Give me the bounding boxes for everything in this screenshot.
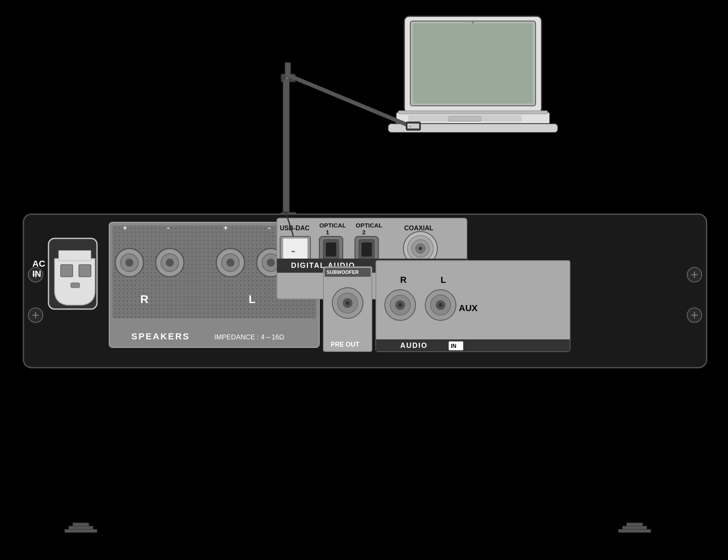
svg-rect-8 [398, 111, 548, 114]
subwoofer-label: SUBWOOFER [327, 269, 359, 275]
svg-rect-71 [361, 242, 372, 257]
svg-point-84 [346, 301, 350, 305]
svg-text:-: - [268, 224, 270, 232]
svg-text:1: 1 [326, 229, 329, 236]
svg-text:2: 2 [362, 229, 365, 236]
optical1-label: OPTICAL [319, 222, 346, 229]
svg-point-52 [226, 259, 234, 267]
svg-text:+: + [224, 224, 228, 232]
aux-label: AUX [459, 303, 478, 313]
speakers-label: SPEAKERS [131, 331, 190, 341]
audio-l-label: L [441, 275, 446, 285]
svg-rect-68 [326, 242, 336, 257]
svg-text:L: L [249, 293, 255, 305]
svg-rect-35 [61, 265, 73, 277]
svg-text:-: - [167, 224, 169, 232]
optical2-label: OPTICAL [356, 222, 382, 229]
svg-rect-3 [413, 23, 533, 103]
svg-rect-98 [69, 526, 93, 529]
audio-r-label: R [400, 275, 407, 285]
svg-rect-97 [65, 529, 97, 533]
svg-point-44 [125, 259, 133, 267]
svg-point-76 [419, 247, 422, 250]
svg-rect-100 [618, 529, 651, 533]
audio-in-label: AUDIO [400, 341, 428, 349]
impedance-label: IMPEDANCE : 4～16Ω [214, 333, 284, 341]
svg-point-9 [472, 21, 474, 23]
svg-text:IN: IN [32, 269, 41, 279]
audio-in-badge: IN [451, 343, 456, 349]
svg-rect-37 [71, 283, 80, 288]
svg-rect-101 [622, 526, 647, 529]
pre-out-label: PRE OUT [331, 341, 359, 348]
svg-point-48 [166, 259, 174, 267]
svg-rect-99 [73, 523, 89, 526]
svg-text:+: + [123, 224, 127, 232]
main-svg: ⌁ ⌁ ⌁ [0, 0, 728, 560]
svg-point-93 [439, 303, 443, 307]
svg-rect-102 [627, 523, 643, 526]
svg-point-89 [398, 303, 402, 307]
svg-rect-7 [449, 116, 481, 121]
ac-in-label: AC [32, 259, 45, 269]
laptop [388, 16, 558, 133]
diagram-container: ⌁ ⌁ ⌁ [0, 0, 728, 560]
svg-text:⌁: ⌁ [291, 247, 295, 255]
usb-dac-label: USB-DAC [280, 225, 310, 232]
svg-text:R: R [140, 293, 148, 305]
svg-point-56 [267, 259, 275, 267]
svg-rect-36 [79, 265, 91, 277]
svg-text:⌁: ⌁ [409, 124, 411, 128]
svg-rect-17 [283, 79, 289, 224]
coaxial-label: COAXIAL [404, 225, 433, 232]
amp-back-panel: AC IN [23, 214, 707, 368]
